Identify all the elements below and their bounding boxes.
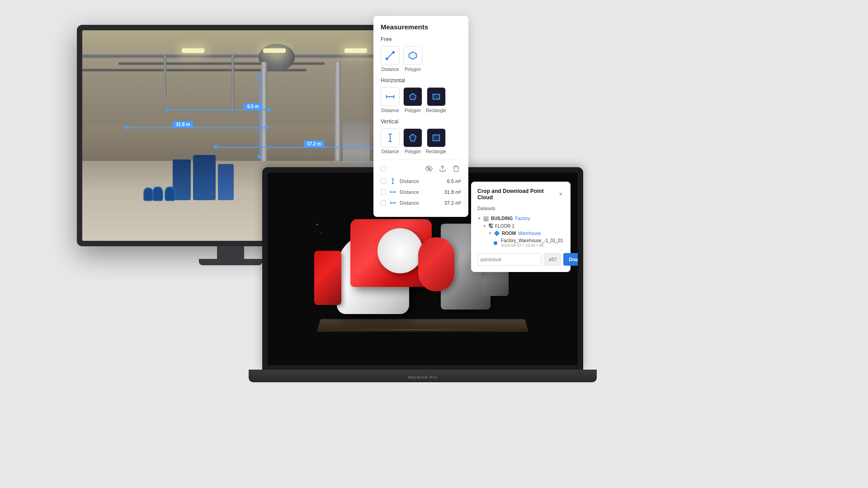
section-vertical-label: Vertical: [381, 118, 461, 125]
barrel-1: [152, 187, 163, 201]
export-icon[interactable]: [438, 164, 448, 174]
machine-3: [218, 164, 234, 200]
v-distance-tool[interactable]: Distance: [381, 128, 400, 154]
horizontal-tools-row: Distance Polygon Rectangle: [381, 87, 461, 113]
h-rectangle-icon[interactable]: [427, 87, 446, 106]
h-polygon-icon[interactable]: [403, 87, 422, 106]
v-polygon-tool[interactable]: Polygon: [403, 128, 422, 154]
v-distance-icon[interactable]: [381, 128, 400, 147]
floor-label: FLOOR 1: [495, 224, 564, 229]
crop-bottom-row: .e57 Download: [477, 253, 564, 266]
measure-line-3: [216, 147, 378, 148]
download-button[interactable]: Download: [563, 253, 578, 266]
free-polygon-label: Polygon: [405, 67, 421, 72]
datasets-label: Datasets: [477, 206, 564, 211]
format-input[interactable]: [477, 253, 541, 266]
light-3: [344, 48, 367, 53]
free-distance-label: Distance: [382, 67, 399, 72]
measurements-panel: Measurements Free Distance Polygon Horiz…: [373, 16, 468, 217]
panel-title: Measurements: [381, 23, 461, 31]
dot-1: [316, 224, 318, 225]
machine-drum: [377, 228, 423, 273]
building-name: Factory: [515, 216, 530, 221]
floor-line: [323, 329, 504, 330]
svg-marker-3: [409, 52, 417, 60]
entry-2-checkbox[interactable]: [381, 189, 386, 195]
eye-icon[interactable]: [424, 164, 434, 174]
delete-icon[interactable]: [451, 164, 461, 174]
pipe-1: [82, 54, 379, 58]
file-name: Factory_Warehouse_-1_01_01: [501, 238, 563, 243]
light-1: [182, 48, 204, 53]
entry-2-value: 31.8 m²: [444, 189, 461, 195]
svg-point-1: [386, 58, 388, 60]
measure-entry-3: Distance 37.2 m²: [381, 199, 461, 207]
v-rectangle-label: Rectangle: [426, 149, 446, 154]
tree-building: ▼ 🏢 BUILDING Factory: [477, 215, 564, 222]
h-polygon-tool[interactable]: Polygon: [403, 87, 422, 113]
h-distance-label: Distance: [382, 108, 399, 113]
select-all-checkbox[interactable]: [381, 166, 386, 171]
file-dot: [494, 241, 497, 245]
monitor-stand-neck: [217, 246, 244, 260]
tree-file: Factory_Warehouse_-1_01_01 2024-08-07 / …: [477, 237, 564, 249]
entry-3-value: 37.2 m²: [444, 200, 461, 206]
svg-marker-7: [410, 94, 416, 100]
crop-panel: Crop and Download Point Cloud × Datasets…: [471, 182, 571, 272]
crop-panel-title: Crop and Download Point Cloud: [477, 188, 557, 201]
vertical-tools-row: Distance Polygon Rectangle: [381, 128, 461, 154]
v-distance-label: Distance: [382, 149, 399, 154]
h-rectangle-tool[interactable]: Rectangle: [426, 87, 446, 113]
machine-1: [173, 160, 191, 200]
entry-1-icon: [389, 177, 397, 185]
svg-rect-14: [433, 135, 439, 141]
free-distance-tool[interactable]: Distance: [381, 46, 400, 72]
machine-left: [314, 251, 341, 305]
light-2: [263, 48, 286, 53]
section-horizontal-label: Horizontal: [381, 77, 461, 84]
room-label: ROOM: [502, 231, 516, 236]
machine-red-cyl: [418, 237, 454, 291]
free-distance-icon[interactable]: [381, 46, 400, 65]
measure-entry-2: Distance 31.8 m²: [381, 188, 461, 196]
svg-point-2: [393, 52, 395, 53]
entry-2-icon: [389, 188, 397, 196]
svg-marker-13: [410, 134, 416, 141]
vpipe-1: [164, 54, 166, 99]
v-rectangle-icon[interactable]: [427, 128, 446, 147]
h-distance-icon[interactable]: [381, 87, 400, 106]
entry-1-type: Distance: [400, 178, 444, 184]
floor-platform: [317, 319, 528, 332]
vpipe-2: [231, 54, 234, 113]
entry-1-value: 6.5 m²: [447, 178, 461, 184]
measure-label-3: 37.2 m: [304, 141, 324, 147]
entry-1-checkbox[interactable]: [381, 178, 386, 184]
macbook-label: MacBook Pro: [408, 375, 437, 380]
file-meta: 2024-08-07 / 16:40 • 06: [501, 243, 563, 248]
free-tools-row: Distance Polygon: [381, 46, 461, 72]
section-free-label: Free: [381, 36, 461, 42]
room-name: Warehouse: [518, 231, 541, 236]
h-distance-tool[interactable]: Distance: [381, 87, 400, 113]
free-polygon-tool[interactable]: Polygon: [403, 46, 422, 72]
measure-entry-1: Distance 6.5 m²: [381, 177, 461, 185]
divider-1: [381, 160, 461, 160]
pipe-2: [118, 62, 325, 65]
measure-line-2: [127, 127, 267, 128]
free-polygon-icon[interactable]: [403, 46, 422, 65]
building-label: BUILDING: [491, 216, 513, 221]
barrel-2: [165, 187, 175, 201]
entry-3-icon: [389, 199, 397, 207]
entry-3-checkbox[interactable]: [381, 200, 386, 206]
v-polygon-label: Polygon: [405, 149, 421, 154]
laptop-base: MacBook Pro: [249, 370, 597, 382]
crop-close-button[interactable]: ×: [557, 191, 564, 198]
measure-label-2: 31.8 m: [173, 121, 193, 128]
tree-floor: ▼ 🏗 FLOOR 1: [477, 222, 564, 230]
format-badge: .e57: [544, 253, 561, 266]
entry-2-type: Distance: [400, 189, 442, 195]
svg-line-0: [387, 52, 394, 59]
tree-room: ▼ 🔷 ROOM Warehouse: [477, 230, 564, 237]
v-polygon-icon[interactable]: [403, 128, 422, 147]
v-rectangle-tool[interactable]: Rectangle: [426, 128, 446, 154]
